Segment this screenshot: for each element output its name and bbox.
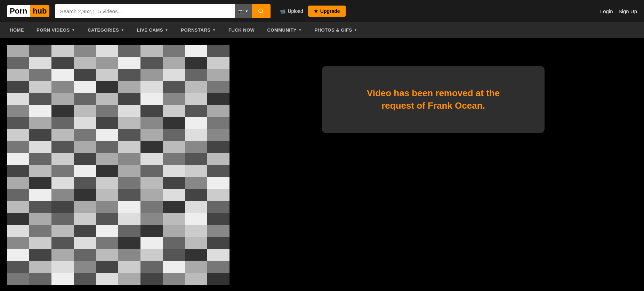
pixel-cell [140, 249, 163, 261]
pixel-cell [51, 177, 74, 189]
pixel-cell [51, 261, 74, 273]
pixel-cell [96, 261, 118, 273]
pixel-cell [74, 273, 96, 285]
header: Pornhub 📷 ▼ 📹 Upload ★ Upgrade Login Sig… [0, 0, 644, 22]
pixel-cell [7, 213, 29, 225]
pixel-cell [74, 237, 96, 249]
pixel-cell [140, 213, 163, 225]
pixel-cell [163, 105, 185, 117]
pixel-cell [96, 213, 118, 225]
pixel-cell [29, 141, 51, 153]
pixel-cell [51, 117, 74, 129]
pixel-cell [29, 153, 51, 165]
search-input[interactable] [55, 5, 234, 18]
pixel-cell [29, 177, 51, 189]
nav-item-fuck-now[interactable]: FUCK NOW [222, 22, 261, 38]
pixel-cell [118, 117, 140, 129]
pixel-cell [207, 177, 230, 189]
login-link[interactable]: Login [600, 8, 613, 14]
logo-porn-text: Porn [7, 5, 30, 17]
pixel-cell [207, 153, 230, 165]
pixel-cell [118, 237, 140, 249]
pixel-cell [163, 237, 185, 249]
pixel-cell [163, 93, 185, 105]
pixel-cell [207, 201, 230, 213]
removed-line2: request of Frank Ocean. [381, 100, 485, 111]
pixel-cell [96, 93, 118, 105]
pixel-cell [185, 261, 207, 273]
pixel-cell [140, 69, 163, 81]
pixel-cell [29, 225, 51, 237]
pixel-cell [163, 213, 185, 225]
pixel-cell [74, 57, 96, 69]
pixel-cell [207, 69, 230, 81]
pixel-cell [96, 153, 118, 165]
pixel-cell [7, 249, 29, 261]
pixel-cell [74, 45, 96, 57]
pixel-cell [7, 237, 29, 249]
pixel-cell [29, 117, 51, 129]
upgrade-button[interactable]: ★ Upgrade [308, 6, 346, 17]
nav-item-porn-videos[interactable]: PORN VIDEOS▼ [30, 22, 81, 38]
categories-chevron-icon: ▼ [121, 28, 124, 32]
porn-videos-chevron-icon: ▼ [72, 28, 75, 32]
nav-item-categories[interactable]: CATEGORIES▼ [81, 22, 130, 38]
pixel-cell [7, 165, 29, 177]
pixel-cell [74, 249, 96, 261]
pixel-cell [51, 45, 74, 57]
upload-button[interactable]: 📹 Upload [280, 8, 303, 14]
pixel-grid [7, 45, 230, 285]
camera-dropdown-button[interactable]: 📷 ▼ [235, 4, 252, 18]
pixel-cell [51, 237, 74, 249]
pixel-cell [118, 129, 140, 141]
pixel-cell [74, 189, 96, 201]
logo[interactable]: Pornhub [7, 5, 49, 17]
nav-item-pornstars[interactable]: PORNSTARS▼ [175, 22, 222, 38]
nav-item-home[interactable]: HOME [3, 22, 30, 38]
nav-item-community[interactable]: COMMUNITY▼ [261, 22, 308, 38]
nav-item-live-cams[interactable]: LIVE CAMS▼ [131, 22, 175, 38]
header-auth: Login Sign Up [600, 8, 637, 14]
pixel-cell [96, 117, 118, 129]
signup-link[interactable]: Sign Up [619, 8, 637, 14]
pixel-cell [163, 81, 185, 93]
pixel-cell [207, 129, 230, 141]
upload-label: Upload [288, 8, 303, 14]
pixel-cell [163, 273, 185, 285]
pixel-cell [140, 129, 163, 141]
video-area [7, 45, 230, 285]
pixel-cell [96, 225, 118, 237]
pixel-cell [207, 117, 230, 129]
search-button[interactable] [252, 4, 271, 18]
pixel-cell [7, 153, 29, 165]
pixel-cell [163, 201, 185, 213]
pixel-cell [185, 81, 207, 93]
pixel-cell [74, 225, 96, 237]
pixel-cell [185, 189, 207, 201]
pixel-cell [96, 237, 118, 249]
pixel-cell [74, 201, 96, 213]
pixel-cell [7, 105, 29, 117]
pixel-cell [207, 141, 230, 153]
search-bar: 📷 ▼ [55, 4, 271, 18]
pixel-cell [207, 57, 230, 69]
pixel-cell [7, 261, 29, 273]
pixel-cell [140, 225, 163, 237]
pixel-cell [96, 69, 118, 81]
pixel-cell [118, 273, 140, 285]
pixel-cell [140, 57, 163, 69]
pixel-cell [140, 201, 163, 213]
camera-chevron-icon: ▼ [245, 9, 249, 13]
pixel-cell [96, 81, 118, 93]
pixel-cell [51, 141, 74, 153]
pixel-cell [118, 201, 140, 213]
pixel-cell [29, 273, 51, 285]
pixel-cell [7, 177, 29, 189]
pixel-cell [207, 45, 230, 57]
pixel-cell [207, 189, 230, 201]
pixel-cell [207, 249, 230, 261]
pixel-cell [163, 129, 185, 141]
pixel-cell [7, 225, 29, 237]
pixel-cell [163, 153, 185, 165]
nav-item-photos-gifs[interactable]: PHOTOS & GIFS▼ [308, 22, 364, 38]
